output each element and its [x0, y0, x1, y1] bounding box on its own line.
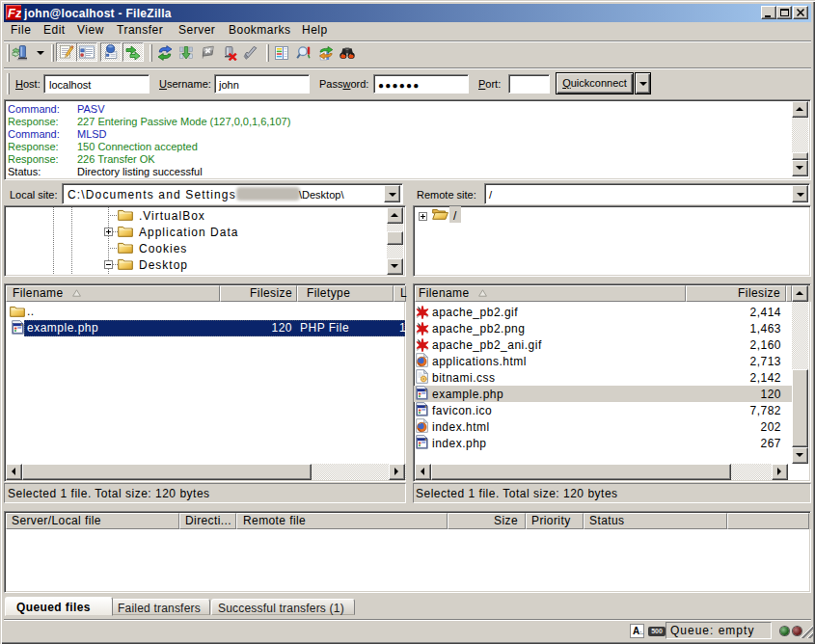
svg-text:Fz: Fz [8, 6, 21, 20]
